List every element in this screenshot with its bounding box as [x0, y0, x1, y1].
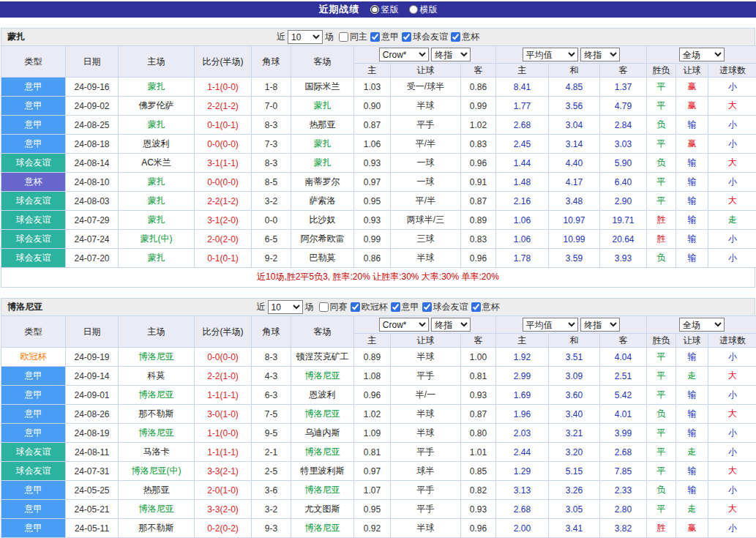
away-team[interactable]: 博洛尼亚: [291, 519, 354, 538]
score[interactable]: 0-2(0-2): [195, 519, 252, 538]
final-index-select[interactable]: 终指: [431, 318, 471, 332]
layout-option-horizontal[interactable]: 横版: [409, 4, 438, 16]
league-filter-checkbox[interactable]: [422, 302, 432, 312]
league-filter-checkbox[interactable]: [402, 32, 411, 42]
home-team[interactable]: AC米兰: [119, 154, 195, 173]
score[interactable]: 2-0(2-0): [195, 230, 252, 249]
score[interactable]: 2-2(1-2): [195, 97, 252, 116]
bookmaker-select[interactable]: Crow*: [379, 48, 429, 61]
league-filter-checkbox[interactable]: [339, 32, 348, 42]
home-team[interactable]: 博洛尼亚: [119, 386, 195, 405]
avg-away-odds: 3.03: [600, 135, 647, 154]
goals-result: 大: [708, 192, 756, 211]
final-index-select-2[interactable]: 终指: [580, 48, 620, 61]
league-filter[interactable]: 意甲: [391, 301, 419, 313]
final-index-select-2[interactable]: 终指: [580, 318, 620, 332]
league-filter[interactable]: 意杯: [471, 301, 500, 313]
away-team[interactable]: 比沙奴: [291, 211, 354, 230]
home-team[interactable]: 博洛尼亚: [119, 348, 195, 367]
league-filter[interactable]: 球会友谊: [402, 31, 448, 43]
league-filter[interactable]: 欧冠杯: [351, 301, 388, 313]
away-team[interactable]: 尤文图斯: [291, 500, 354, 519]
home-team[interactable]: 那不勒斯: [119, 405, 195, 424]
away-team[interactable]: 萨索洛: [291, 192, 354, 211]
score[interactable]: 0-1(0-1): [195, 116, 252, 135]
score[interactable]: 1-1(1-1): [195, 443, 252, 462]
home-team[interactable]: 蒙扎: [119, 116, 195, 135]
away-team[interactable]: 国际米兰: [291, 78, 354, 97]
vertical-radio[interactable]: [370, 5, 379, 14]
away-team[interactable]: 博洛尼亚: [291, 481, 354, 500]
score[interactable]: 0-0(0-0): [195, 348, 252, 367]
away-team[interactable]: 顿涅茨克矿工: [291, 348, 354, 367]
scope-select[interactable]: 全场: [679, 318, 725, 332]
score[interactable]: 1-1(0-0): [195, 78, 252, 97]
league-filter-checkbox[interactable]: [451, 32, 460, 42]
away-team[interactable]: 蒙扎: [291, 154, 354, 173]
league-filter[interactable]: 同主: [339, 31, 367, 43]
horizontal-radio[interactable]: [409, 5, 418, 14]
league-filter[interactable]: 同赛: [319, 301, 348, 313]
away-team[interactable]: 阿尔希欧雷: [291, 230, 354, 249]
home-team[interactable]: 佛罗伦萨: [119, 97, 195, 116]
home-team[interactable]: 马洛卡: [119, 443, 195, 462]
home-team[interactable]: 蒙扎(中): [119, 230, 195, 249]
home-team[interactable]: 蒙扎: [119, 78, 195, 97]
home-team[interactable]: 那不勒斯: [119, 519, 195, 538]
away-team[interactable]: 特里波利斯: [291, 462, 354, 481]
score[interactable]: 0-0(0-0): [195, 173, 252, 192]
away-team[interactable]: 巴勒莫: [291, 249, 354, 268]
league-filter-checkbox[interactable]: [391, 302, 400, 312]
home-team[interactable]: 热那亚: [119, 481, 195, 500]
bookmaker-select[interactable]: Crow*: [379, 318, 429, 332]
layout-option-vertical[interactable]: 竖版: [370, 4, 399, 16]
home-team[interactable]: 蒙扎: [119, 192, 195, 211]
league-filter-checkbox[interactable]: [370, 32, 380, 42]
home-team[interactable]: 博洛尼亚: [119, 424, 195, 443]
avg-away-odds: 2.68: [600, 443, 647, 462]
score[interactable]: 0-0(0-0): [195, 135, 252, 154]
avg-draw-odds: 3.40: [549, 405, 600, 424]
score[interactable]: 3-0(1-0): [195, 405, 252, 424]
score[interactable]: 2-2(1-2): [195, 192, 252, 211]
score[interactable]: 3-1(2-0): [195, 211, 252, 230]
away-team[interactable]: 恩波利: [291, 386, 354, 405]
home-team[interactable]: 恩波利: [119, 135, 195, 154]
recent-count-select[interactable]: 10: [268, 300, 303, 314]
score[interactable]: 2-0(1-0): [195, 481, 252, 500]
recent-count-select[interactable]: 10: [288, 30, 323, 44]
league-filter-checkbox[interactable]: [319, 302, 329, 312]
away-team[interactable]: 乌迪内斯: [291, 424, 354, 443]
league-filter-checkbox[interactable]: [351, 302, 360, 312]
league-filter[interactable]: 球会友谊: [422, 301, 468, 313]
home-team[interactable]: 科莫: [119, 367, 195, 386]
score[interactable]: 2-2(1-0): [195, 367, 252, 386]
league-filter-checkbox[interactable]: [471, 302, 481, 312]
away-team[interactable]: 蒙扎: [291, 135, 354, 154]
score[interactable]: 1-1(0-0): [195, 424, 252, 443]
home-team[interactable]: 博洛尼亚: [119, 500, 195, 519]
average-select[interactable]: 平均值: [523, 48, 578, 61]
final-index-select[interactable]: 终指: [431, 48, 471, 61]
home-team[interactable]: 蒙扎: [119, 249, 195, 268]
score[interactable]: 3-3(2-1): [195, 462, 252, 481]
league-filter[interactable]: 意甲: [370, 31, 399, 43]
away-team[interactable]: 热那亚: [291, 116, 354, 135]
home-team[interactable]: 蒙扎: [119, 173, 195, 192]
away-team[interactable]: 博洛尼亚: [291, 443, 354, 462]
away-team[interactable]: 博洛尼亚: [291, 405, 354, 424]
away-team[interactable]: 南蒂罗尔: [291, 173, 354, 192]
home-team[interactable]: 蒙扎: [119, 211, 195, 230]
score[interactable]: 0-1(0-1): [195, 249, 252, 268]
score[interactable]: 3-1(1-1): [195, 154, 252, 173]
handicap: 半球: [391, 519, 461, 538]
away-team[interactable]: 博洛尼亚: [291, 367, 354, 386]
score[interactable]: 3-3(2-0): [195, 500, 252, 519]
home-team[interactable]: 博洛尼亚(中): [119, 462, 195, 481]
score[interactable]: 1-1(1-1): [195, 386, 252, 405]
league-filter[interactable]: 意杯: [451, 31, 479, 43]
scope-select[interactable]: 全场: [679, 48, 725, 61]
avg-home-odds: 8.41: [496, 78, 549, 97]
average-select[interactable]: 平均值: [523, 318, 578, 332]
away-team[interactable]: 蒙扎: [291, 97, 354, 116]
